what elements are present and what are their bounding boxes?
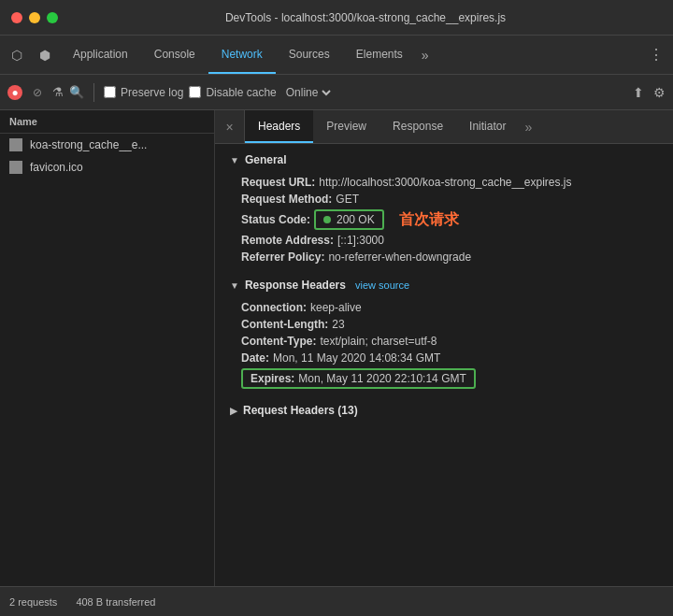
file-icon-0 (9, 138, 22, 151)
close-dot[interactable] (11, 12, 22, 23)
settings-icon[interactable]: ⚙ (653, 85, 666, 100)
nav-more-icon[interactable]: » (416, 48, 435, 63)
tab-elements[interactable]: Elements (343, 36, 416, 74)
request-method-key: Request Method: (241, 193, 332, 206)
devtools-icon-1[interactable]: ⬡ (4, 42, 30, 68)
connection-value: keep-alive (310, 301, 362, 314)
search-icon[interactable]: 🔍 (69, 85, 84, 99)
date-value: Mon, 11 May 2020 14:08:34 GMT (273, 351, 440, 365)
file-list: koa-strong_cache__e... favicon.ico (0, 134, 214, 586)
nav-tabs-bar: ⬡ ⬢ Application Console Network Sources … (0, 36, 673, 75)
expires-row: Expires: Mon, May 11 2020 22:10:14 GMT (230, 366, 658, 391)
request-headers-section: Request Headers (13) (230, 404, 658, 417)
tab-network[interactable]: Network (208, 36, 276, 74)
sub-tabs-bar: × Headers Preview Response Initiator » (215, 110, 673, 144)
content-type-key: Content-Type: (241, 335, 316, 348)
close-panel-button[interactable]: × (215, 110, 245, 144)
minimize-dot[interactable] (29, 12, 40, 23)
request-url-row: Request URL: http://localhost:3000/koa-s… (230, 174, 658, 191)
status-code-badge: 200 OK (314, 209, 384, 230)
expires-key: Expires: (251, 372, 294, 385)
tab-initiator[interactable]: Initiator (456, 110, 519, 143)
tab-console[interactable]: Console (141, 36, 208, 74)
left-panel: Name koa-strong_cache__e... favicon.ico (0, 110, 215, 586)
content-length-value: 23 (332, 318, 344, 331)
preserve-log-label[interactable]: Preserve log (104, 86, 183, 99)
request-method-value: GET (336, 193, 359, 206)
network-toolbar: ● ⊘ ⚗ 🔍 Preserve log Disable cache Onlin… (0, 75, 673, 110)
name-column-header: Name (0, 110, 214, 134)
file-item-0[interactable]: koa-strong_cache__e... (0, 134, 214, 156)
maximize-dot[interactable] (47, 12, 58, 23)
status-code-row: Status Code: 200 OK 首次请求 (230, 208, 658, 232)
date-key: Date: (241, 351, 269, 365)
main-area: Name koa-strong_cache__e... favicon.ico … (0, 110, 673, 586)
request-url-key: Request URL: (241, 176, 315, 189)
nav-kebab-icon[interactable]: ⋮ (643, 46, 669, 64)
sub-tabs-more[interactable]: » (519, 120, 537, 135)
file-name-1: favicon.ico (30, 161, 83, 174)
content-type-row: Content-Type: text/plain; charset=utf-8 (230, 333, 658, 350)
content-length-row: Content-Length: 23 (230, 316, 658, 333)
referrer-policy-key: Referrer Policy: (241, 251, 324, 264)
devtools-icon-2[interactable]: ⬢ (32, 42, 58, 68)
tab-response[interactable]: Response (379, 110, 456, 143)
remote-address-key: Remote Address: (241, 234, 334, 247)
window-title: DevTools - localhost:3000/koa-strong_cac… (69, 11, 662, 24)
preserve-log-checkbox[interactable] (104, 86, 116, 98)
response-headers-header-row: Response Headers view source (230, 279, 658, 292)
remote-address-value: [::1]:3000 (337, 234, 384, 247)
status-bar: 2 requests 408 B transferred (0, 586, 673, 616)
remote-address-row: Remote Address: [::1]:3000 (230, 232, 658, 249)
file-item-1[interactable]: favicon.ico (0, 156, 214, 179)
title-bar: DevTools - localhost:3000/koa-strong_cac… (0, 0, 673, 36)
status-code-key: Status Code: (241, 213, 310, 226)
file-icon-1 (9, 161, 22, 174)
request-method-row: Request Method: GET (230, 191, 658, 208)
disable-cache-checkbox[interactable] (189, 86, 201, 98)
tab-preview[interactable]: Preview (313, 110, 379, 143)
separator (93, 83, 94, 102)
record-button[interactable]: ● (7, 85, 22, 100)
status-dot (323, 216, 331, 223)
tab-application[interactable]: Application (60, 36, 141, 74)
request-url-value: http://localhost:3000/koa-strong_cache__… (319, 176, 571, 189)
window-controls (11, 12, 58, 23)
connection-row: Connection: keep-alive (230, 299, 658, 316)
throttle-select[interactable]: Online (282, 85, 334, 100)
transferred-size: 408 B transferred (76, 596, 155, 608)
filter-icon[interactable]: ⚗ (52, 85, 64, 99)
first-request-annotation: 首次请求 (399, 210, 459, 230)
right-panel: × Headers Preview Response Initiator » G… (215, 110, 673, 586)
requests-count: 2 requests (9, 596, 57, 608)
upload-icon[interactable]: ⬆ (633, 85, 644, 100)
general-section-title[interactable]: General (230, 153, 658, 166)
content-type-value: text/plain; charset=utf-8 (320, 335, 437, 348)
referrer-policy-row: Referrer Policy: no-referrer-when-downgr… (230, 249, 658, 265)
connection-key: Connection: (241, 301, 307, 314)
clear-button[interactable]: ⊘ (28, 83, 47, 102)
status-code-value: 200 OK (336, 213, 375, 226)
view-source-link[interactable]: view source (355, 279, 409, 291)
request-headers-title[interactable]: Request Headers (13) (230, 404, 658, 417)
date-row: Date: Mon, 11 May 2020 14:08:34 GMT (230, 350, 658, 366)
disable-cache-label[interactable]: Disable cache (189, 86, 276, 99)
expires-value: Mon, May 11 2020 22:10:14 GMT (298, 372, 465, 385)
tab-headers[interactable]: Headers (245, 110, 313, 143)
response-headers-title[interactable]: Response Headers (230, 279, 346, 292)
content-length-key: Content-Length: (241, 318, 328, 331)
response-headers-section: Response Headers view source Connection:… (230, 279, 658, 391)
referrer-policy-value: no-referrer-when-downgrade (328, 251, 471, 264)
tab-sources[interactable]: Sources (276, 36, 343, 74)
file-name-0: koa-strong_cache__e... (30, 138, 147, 151)
expires-badge: Expires: Mon, May 11 2020 22:10:14 GMT (241, 368, 476, 389)
headers-content: General Request URL: http://localhost:30… (215, 144, 673, 586)
